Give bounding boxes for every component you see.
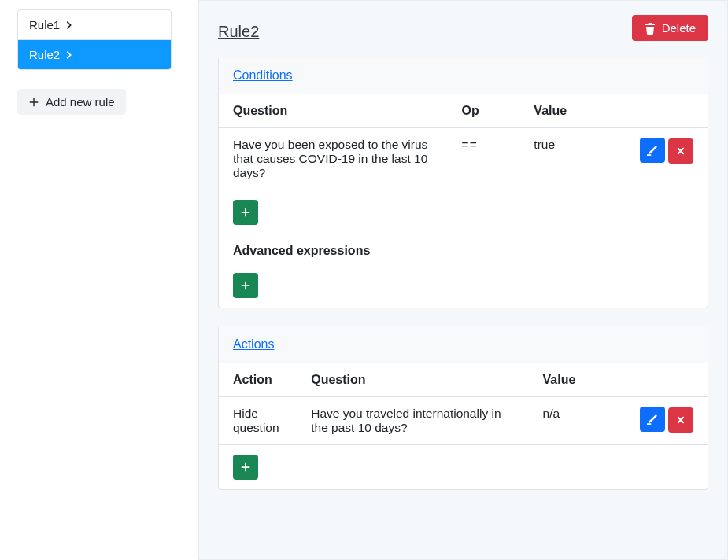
- add-expression-button[interactable]: [233, 273, 258, 298]
- col-value: Value: [519, 94, 625, 128]
- sidebar-item-rule2[interactable]: Rule2: [18, 40, 171, 69]
- conditions-table: Question Op Value Have you been exposed …: [219, 94, 708, 190]
- add-action-button[interactable]: [233, 455, 258, 480]
- col-action: Action: [219, 363, 297, 397]
- col-question: Question: [219, 94, 448, 128]
- col-value: Value: [529, 363, 626, 397]
- actions-link[interactable]: Actions: [233, 337, 274, 351]
- condition-op: ==: [448, 128, 520, 190]
- main-panel: Rule2 Delete Conditions Question Op Va: [198, 0, 728, 560]
- actions-table: Action Question Value Hide question Have…: [219, 363, 708, 445]
- actions-panel: Actions Action Question Value Hid: [218, 326, 708, 490]
- rule-title[interactable]: Rule2: [218, 15, 259, 41]
- add-rule-button[interactable]: Add new rule: [17, 89, 126, 115]
- plus-icon: [240, 280, 251, 291]
- sidebar-item-rule1[interactable]: Rule1: [18, 10, 171, 40]
- sidebar-item-label: Rule1: [29, 18, 60, 31]
- action-row: Hide question Have you traveled internat…: [219, 397, 708, 445]
- conditions-panel: Conditions Question Op Value Have: [218, 57, 708, 308]
- add-condition-button[interactable]: [233, 200, 258, 225]
- delete-condition-button[interactable]: [668, 138, 693, 164]
- delete-rule-button[interactable]: Delete: [632, 15, 708, 41]
- close-icon: [676, 146, 686, 156]
- condition-value: true: [519, 128, 625, 190]
- conditions-header: Conditions: [219, 57, 708, 94]
- edit-icon: [647, 145, 658, 156]
- chevron-right-icon: [63, 20, 74, 31]
- advanced-expressions-heading: Advanced expressions: [219, 234, 708, 263]
- rule-list: Rule1 Rule2: [17, 9, 172, 70]
- sidebar: Rule1 Rule2 Add new rule: [0, 0, 181, 560]
- chevron-right-icon: [63, 50, 74, 61]
- action-type: Hide question: [219, 397, 297, 445]
- actions-header: Actions: [219, 326, 708, 363]
- delete-action-button[interactable]: [668, 407, 693, 433]
- trash-icon: [645, 22, 656, 35]
- col-op: Op: [448, 94, 520, 128]
- conditions-link[interactable]: Conditions: [233, 68, 293, 82]
- plus-icon: [240, 207, 251, 218]
- edit-action-button[interactable]: [640, 407, 665, 432]
- action-question: Have you traveled internationally in the…: [297, 397, 528, 445]
- close-icon: [676, 415, 686, 425]
- condition-question: Have you been exposed to the virus that …: [219, 128, 448, 190]
- condition-row: Have you been exposed to the virus that …: [219, 128, 708, 190]
- rule-header: Rule2 Delete: [218, 15, 708, 41]
- add-rule-label: Add new rule: [46, 95, 115, 109]
- edit-icon: [647, 414, 658, 425]
- plus-icon: [28, 97, 39, 108]
- plus-icon: [240, 462, 251, 473]
- col-question: Question: [297, 363, 528, 397]
- action-value: n/a: [529, 397, 626, 445]
- sidebar-item-label: Rule2: [29, 48, 60, 61]
- edit-condition-button[interactable]: [640, 138, 665, 163]
- delete-label: Delete: [662, 21, 696, 35]
